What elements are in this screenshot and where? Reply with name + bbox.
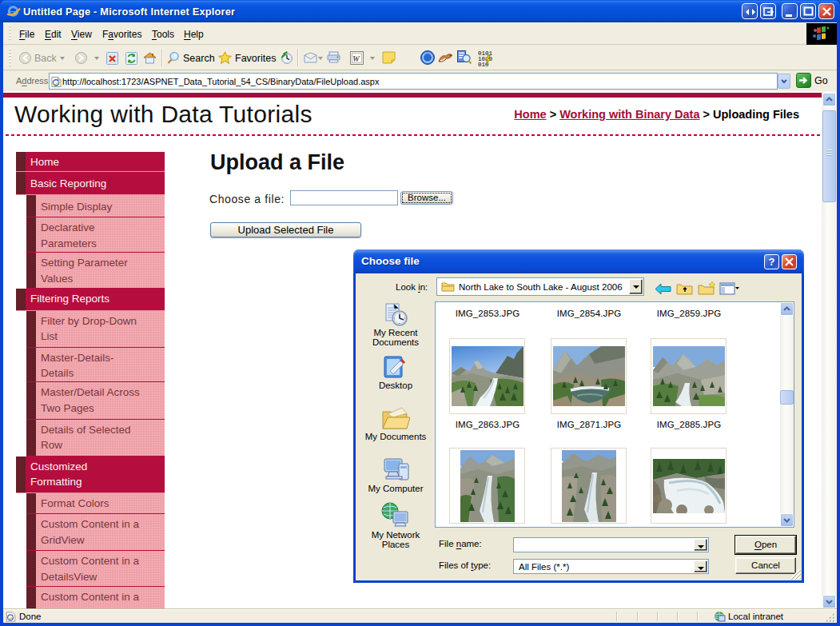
svg-text:W: W [352,54,360,63]
